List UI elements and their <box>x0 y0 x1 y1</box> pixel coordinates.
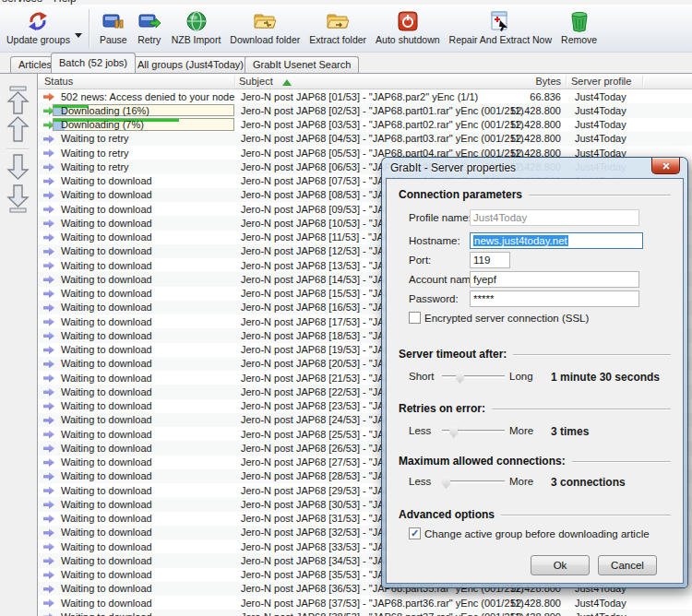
column-separator[interactable] <box>566 76 567 87</box>
status-waiting-icon <box>43 528 54 537</box>
pause-button[interactable]: Pause <box>95 7 132 46</box>
nzb-import-button[interactable]: NZB Import <box>167 7 226 46</box>
connections-slider[interactable] <box>442 480 505 483</box>
profile-name-input[interactable]: Just4Today <box>470 209 639 226</box>
status-cell: Waiting to download <box>61 541 236 552</box>
server-profile-cell: Just4Today <box>575 598 626 609</box>
table-row[interactable]: 502 news: Access denied to your node - n… <box>38 89 692 103</box>
table-row[interactable]: Downloading (7%)Jero-N post JAP68 [03/53… <box>38 118 692 132</box>
tab-usenet-search[interactable]: GrabIt Usenet Search <box>245 56 359 73</box>
dialog-title: GrabIt - Server properties <box>382 158 687 178</box>
status-waiting-icon <box>43 163 54 172</box>
status-waiting-icon <box>43 332 54 340</box>
table-row[interactable]: Waiting to downloadJero-N post JAP68 [38… <box>38 610 692 616</box>
move-to-bottom-button[interactable] <box>6 184 30 217</box>
bytes-cell: 52.428.800 <box>465 105 561 116</box>
status-waiting-icon <box>43 585 54 593</box>
status-cell: Waiting to download <box>61 485 236 496</box>
timeout-slider-thumb[interactable] <box>456 372 464 384</box>
retries-value: 3 times <box>551 425 589 438</box>
status-cell: Waiting to download <box>61 513 236 524</box>
status-cell: Waiting to download <box>61 598 236 609</box>
status-cell: Waiting to download <box>61 611 236 616</box>
close-icon[interactable] <box>651 158 680 174</box>
ok-button[interactable]: Ok <box>531 555 590 575</box>
reorder-strip <box>0 73 37 616</box>
toolbar: Update groups Pause Retry <box>0 5 692 53</box>
tab-all-groups[interactable]: All groups (Just4Today) <box>129 56 252 73</box>
status-waiting-icon <box>43 402 54 410</box>
column-separator[interactable] <box>234 76 235 87</box>
column-header-status[interactable]: Status <box>44 76 73 87</box>
extract-folder-button[interactable]: Extract folder <box>304 7 371 46</box>
table-row[interactable]: Downloading (16%)Jero-N post JAP68 [02/5… <box>38 103 692 117</box>
table-row[interactable]: Waiting to retryJero-N post JAP68 [04/53… <box>38 132 692 146</box>
status-cell: Waiting to download <box>61 274 236 285</box>
toolbar-separator <box>89 9 89 48</box>
retries-slider-thumb[interactable] <box>449 426 458 438</box>
retries-heading: Retries on error: <box>399 402 485 415</box>
status-waiting-icon <box>43 135 54 143</box>
status-waiting-icon <box>43 501 54 509</box>
profile-name-label: Profile name: <box>409 212 471 223</box>
status-cell: Downloading (16%) <box>61 105 236 116</box>
status-cell: Waiting to download <box>61 316 236 327</box>
table-row[interactable]: Waiting to downloadJero-N post JAP68 [37… <box>38 596 692 610</box>
account-name-input[interactable]: fyepf <box>470 271 639 288</box>
status-waiting-icon <box>43 318 54 326</box>
status-cell: Downloading (7%) <box>61 119 236 130</box>
status-waiting-icon <box>43 290 54 298</box>
change-active-group-checkbox[interactable] <box>409 527 421 539</box>
column-header-bytes[interactable]: Bytes <box>469 76 561 87</box>
status-cell: Waiting to download <box>61 555 236 566</box>
status-cell: Waiting to download <box>61 429 236 440</box>
repair-extract-button[interactable]: Repair And Extract Now <box>445 7 556 46</box>
move-up-button[interactable] <box>6 115 30 147</box>
connections-slider-row: Less More 3 connections <box>387 475 683 490</box>
password-input[interactable]: ***** <box>470 290 639 307</box>
change-active-group-label: Change active group before downloading a… <box>424 528 650 539</box>
update-groups-label: Update groups <box>6 34 70 45</box>
max-connections-heading: Maximum allowed connections: <box>399 455 566 468</box>
status-waiting-icon <box>43 233 54 242</box>
status-cell: Waiting to download <box>61 204 236 215</box>
status-waiting-icon <box>43 219 54 228</box>
update-groups-button[interactable]: Update groups <box>2 7 75 46</box>
move-to-top-button[interactable] <box>6 86 30 119</box>
timeout-slider[interactable] <box>442 375 505 378</box>
column-header-server-profile[interactable]: Server profile <box>571 76 631 87</box>
hostname-input[interactable]: news.just4today.net <box>470 232 643 249</box>
ssl-checkbox[interactable] <box>409 312 421 324</box>
bytes-cell: 52.428.800 <box>465 119 561 130</box>
bytes-cell: 52.428.800 <box>465 611 561 616</box>
status-cell: Waiting to download <box>61 456 236 468</box>
auto-shutdown-icon <box>395 8 421 33</box>
retries-slider[interactable] <box>442 430 505 432</box>
connections-slider-thumb[interactable] <box>442 477 450 489</box>
retry-label: Retry <box>137 34 161 45</box>
bytes-cell: 52.428.800 <box>465 598 561 609</box>
download-folder-button[interactable]: Download folder <box>225 7 304 46</box>
status-cell: Waiting to download <box>61 260 236 271</box>
port-input[interactable]: 119 <box>470 252 510 268</box>
status-error-icon <box>43 93 54 101</box>
auto-shutdown-button[interactable]: Auto shutdown <box>371 7 444 46</box>
move-down-button[interactable] <box>6 153 30 184</box>
status-waiting-icon <box>43 416 54 424</box>
column-separator[interactable] <box>642 76 643 87</box>
password-label: Password: <box>409 293 459 304</box>
column-header-subject[interactable]: Subject <box>239 76 273 87</box>
status-cell: Waiting to download <box>61 400 236 411</box>
status-waiting-icon <box>43 557 54 565</box>
remove-button[interactable]: Remove <box>556 7 602 46</box>
list-header: Status Subject Bytes Server profile <box>38 74 692 89</box>
status-waiting-icon <box>43 360 54 368</box>
status-waiting-icon <box>43 191 54 199</box>
server-profile-cell: Just4Today <box>575 611 626 616</box>
retry-button[interactable]: Retry <box>132 7 167 46</box>
status-waiting-icon <box>43 487 54 495</box>
cancel-button[interactable]: Cancel <box>598 555 657 575</box>
tab-batch[interactable]: Batch (52 jobs) <box>51 53 136 73</box>
update-groups-dropdown-icon[interactable] <box>75 33 82 38</box>
status-waiting-icon <box>43 374 54 383</box>
